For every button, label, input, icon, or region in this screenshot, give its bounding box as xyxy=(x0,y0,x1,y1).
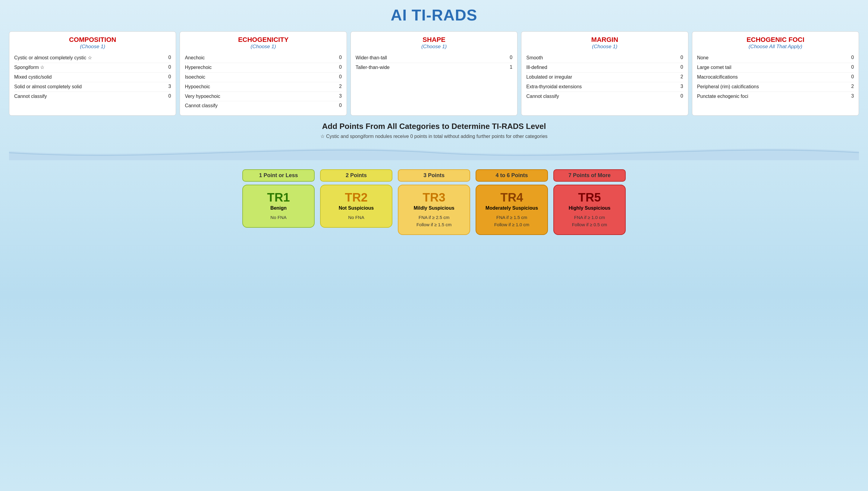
tr-desc-tr4: Moderately Suspicious xyxy=(480,205,543,211)
points-badge-tr5: 7 Points of More xyxy=(553,169,626,182)
category-subtitle-echogenic_foci: (Choose All That Apply) xyxy=(697,44,854,50)
item-value: 0 xyxy=(848,74,854,80)
item-label: Cannot classify xyxy=(185,103,335,109)
item-label: Cystic or almost completely cystic ☆ xyxy=(14,55,165,61)
category-subtitle-shape: (Choose 1) xyxy=(356,44,512,50)
add-points-section: Add Points From All Categories to Determ… xyxy=(9,122,859,139)
category-card-echogenic_foci: ECHOGENIC FOCI(Choose All That Apply)Non… xyxy=(692,31,859,116)
item-label: Cannot classify xyxy=(526,93,677,100)
points-badge-tr4: 4 to 6 Points xyxy=(476,169,548,182)
add-points-title: Add Points From All Categories to Determ… xyxy=(9,122,859,131)
category-item: Lobulated or irregular2 xyxy=(526,73,683,82)
item-label: Isoechoic xyxy=(185,74,335,80)
category-subtitle-margin: (Choose 1) xyxy=(526,44,683,50)
category-item: Spongiform ☆0 xyxy=(14,63,171,73)
points-badge-tr1: 1 Point or Less xyxy=(242,169,315,182)
category-item: Cannot classify0 xyxy=(185,101,341,111)
tr-desc-tr2: Not Suspicious xyxy=(325,205,388,211)
tr-fna-tr5: FNA if ≥ 1.0 cmFollow if ≥ 0.5 cm xyxy=(558,214,621,228)
tr-column-tr1: 1 Point or LessTR1BenignNo FNA xyxy=(242,169,315,228)
item-value: 0 xyxy=(165,55,171,60)
item-label: Taller-than-wide xyxy=(356,64,506,71)
category-item: None0 xyxy=(697,53,854,63)
category-title-echogenicity: ECHOGENICITY xyxy=(185,36,341,44)
category-item: Wider-than-tall0 xyxy=(356,53,512,63)
item-value: 0 xyxy=(165,74,171,80)
item-label: Very hypoechoic xyxy=(185,93,335,100)
item-value: 2 xyxy=(848,84,854,89)
category-item: Solid or almost completely solid3 xyxy=(14,82,171,92)
tr-card-tr4: TR4Moderately SuspiciousFNA if ≥ 1.5 cmF… xyxy=(476,185,548,235)
tr-row: 1 Point or LessTR1BenignNo FNA2 PointsTR… xyxy=(9,169,859,235)
item-value: 0 xyxy=(336,103,342,108)
item-label: Large comet tail xyxy=(697,64,848,71)
tr-name-tr4: TR4 xyxy=(480,191,543,204)
item-value: 0 xyxy=(848,64,854,70)
item-label: Lobulated or irregular xyxy=(526,74,677,80)
category-item: Ill-defined0 xyxy=(526,63,683,73)
tr-fna-tr3: FNA if ≥ 2.5 cmFollow if ≥ 1.5 cm xyxy=(403,214,465,228)
category-card-shape: SHAPE(Choose 1)Wider-than-tall0Taller-th… xyxy=(351,31,517,116)
page-title: AI TI-RADS xyxy=(9,6,859,24)
tr-desc-tr5: Highly Suspicious xyxy=(558,205,621,211)
category-item: Cystic or almost completely cystic ☆0 xyxy=(14,53,171,63)
tr-card-tr2: TR2Not SuspiciousNo FNA xyxy=(320,185,392,228)
category-item: Peripheral (rim) calcifications2 xyxy=(697,82,854,92)
category-item: Cannot classify0 xyxy=(14,92,171,101)
item-label: Punctate echogenic foci xyxy=(697,93,848,100)
category-item: Hyperechoic0 xyxy=(185,63,341,73)
tr-column-tr2: 2 PointsTR2Not SuspiciousNo FNA xyxy=(320,169,392,228)
item-label: Wider-than-tall xyxy=(356,55,506,61)
points-badge-tr3: 3 Points xyxy=(398,169,470,182)
item-value: 0 xyxy=(677,64,683,70)
item-value: 1 xyxy=(506,64,512,70)
category-title-composition: COMPOSITION xyxy=(14,36,171,44)
category-card-composition: COMPOSITION(Choose 1)Cystic or almost co… xyxy=(9,31,176,116)
category-item: Cannot classify0 xyxy=(526,92,683,101)
category-item: Smooth0 xyxy=(526,53,683,63)
category-item: Anechoic0 xyxy=(185,53,341,63)
category-item: Very hypoechoic3 xyxy=(185,92,341,102)
item-label: Hyperechoic xyxy=(185,64,335,71)
tr-column-tr3: 3 PointsTR3Mildly SuspiciousFNA if ≥ 2.5… xyxy=(398,169,470,235)
item-value: 0 xyxy=(336,55,342,60)
category-title-shape: SHAPE xyxy=(356,36,512,44)
item-label: Mixed cystic/solid xyxy=(14,74,165,80)
tr-column-tr4: 4 to 6 PointsTR4Moderately SuspiciousFNA… xyxy=(476,169,548,235)
item-value: 3 xyxy=(165,84,171,89)
item-label: None xyxy=(697,55,848,61)
category-card-echogenicity: ECHOGENICITY(Choose 1)Anechoic0Hyperecho… xyxy=(179,31,346,116)
item-label: Ill-defined xyxy=(526,64,677,71)
item-value: 2 xyxy=(677,74,683,80)
tr-name-tr3: TR3 xyxy=(403,191,465,204)
item-value: 3 xyxy=(336,93,342,99)
tr-name-tr1: TR1 xyxy=(247,191,310,204)
item-value: 0 xyxy=(336,74,342,80)
tr-name-tr5: TR5 xyxy=(558,191,621,204)
points-badge-tr2: 2 Points xyxy=(320,169,392,182)
categories-row: COMPOSITION(Choose 1)Cystic or almost co… xyxy=(9,31,859,116)
tr-column-tr5: 7 Points of MoreTR5Highly SuspiciousFNA … xyxy=(553,169,626,235)
category-item: Taller-than-wide1 xyxy=(356,63,512,72)
item-value: 0 xyxy=(165,93,171,99)
category-subtitle-echogenicity: (Choose 1) xyxy=(185,44,341,50)
category-item: Isoechoic0 xyxy=(185,73,341,82)
tr-desc-tr1: Benign xyxy=(247,205,310,211)
item-value: 3 xyxy=(677,84,683,89)
item-value: 0 xyxy=(848,55,854,60)
item-value: 0 xyxy=(165,64,171,70)
category-item: Macrocalcifications0 xyxy=(697,73,854,82)
item-label: Spongiform ☆ xyxy=(14,64,165,71)
category-item: Large comet tail0 xyxy=(697,63,854,73)
tr-card-tr1: TR1BenignNo FNA xyxy=(242,185,315,228)
item-value: 0 xyxy=(677,93,683,99)
category-title-echogenic_foci: ECHOGENIC FOCI xyxy=(697,36,854,44)
tr-name-tr2: TR2 xyxy=(325,191,388,204)
item-label: Hypoechoic xyxy=(185,84,335,90)
item-label: Smooth xyxy=(526,55,677,61)
category-item: Hypoechoic2 xyxy=(185,82,341,92)
item-label: Cannot classify xyxy=(14,93,165,100)
item-value: 0 xyxy=(677,55,683,60)
item-label: Anechoic xyxy=(185,55,335,61)
tr-fna-tr1: No FNA xyxy=(247,214,310,221)
